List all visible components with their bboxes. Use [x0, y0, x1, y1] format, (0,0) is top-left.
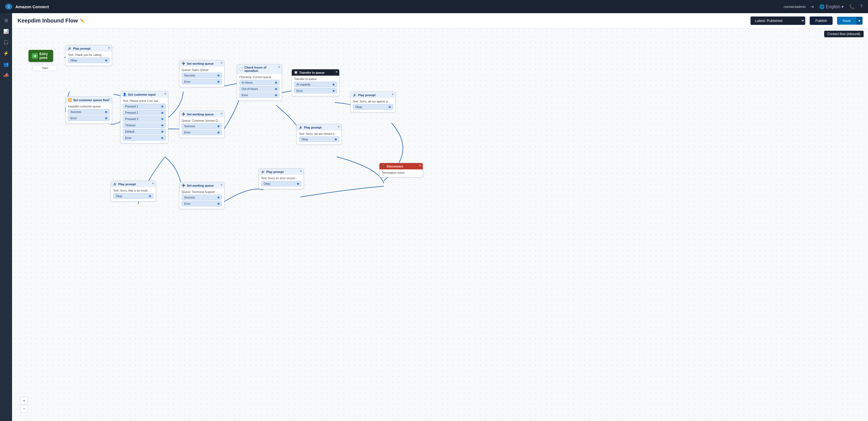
app-logo: Amazon Connect	[4, 2, 49, 11]
svg-point-2	[7, 5, 10, 8]
language-icon[interactable]: 🌐 English ▾	[818, 3, 845, 10]
top-navigation: Amazon Connect connectadmin ⇥ 🌐 English …	[0, 0, 868, 13]
logout-icon[interactable]: ⇥	[809, 3, 815, 10]
help-icon[interactable]: ?	[859, 3, 864, 10]
app-name: Amazon Connect	[16, 4, 49, 9]
phone-icon[interactable]: 📞	[848, 3, 856, 10]
user-name: connectadmin	[784, 5, 806, 9]
